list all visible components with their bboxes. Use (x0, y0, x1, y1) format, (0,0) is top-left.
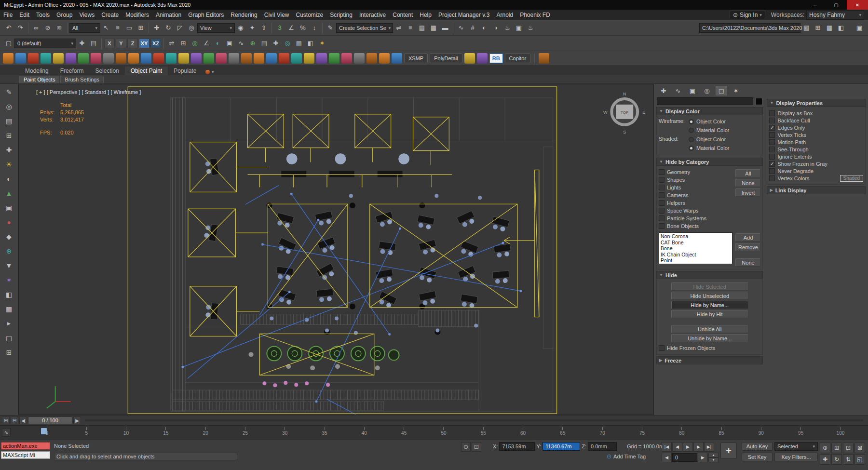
hide-frozen-objects-checkbox[interactable]: Hide Frozen Objects (659, 344, 760, 352)
scene-explorer-toggle-icon[interactable]: ▢ (3, 38, 14, 49)
material-editor-icon[interactable]: ◐ (478, 22, 490, 34)
layer-list-icon[interactable]: ▤ (88, 38, 99, 49)
left-toolbar-icon[interactable]: ⊞ (3, 129, 15, 142)
plugin-icon[interactable] (341, 53, 352, 64)
category-cameras-checkbox[interactable]: Cameras (659, 191, 732, 199)
zoom-all-icon[interactable]: ⊞ (831, 443, 842, 453)
viewport[interactable]: TOP N S W E [ + ] [ Perspective ] [ Stan… (18, 84, 653, 415)
menu-tools[interactable]: Tools (33, 10, 53, 20)
rollout-header-freeze[interactable]: ▶ Freeze (656, 356, 763, 364)
star-util-icon[interactable]: ✶ (316, 38, 328, 49)
layer-dropdown[interactable]: 0 (default) ▾ (14, 39, 76, 48)
left-toolbar-icon[interactable]: ⊞ (3, 346, 15, 359)
modify-tab-icon[interactable]: ∿ (672, 86, 684, 95)
select-and-move-icon[interactable]: ✚ (151, 22, 163, 34)
object-name-field[interactable] (657, 97, 753, 105)
sign-in-button[interactable]: ⊙ Sign In ▾ (730, 11, 765, 19)
slate-material-editor-icon[interactable]: ◑ (490, 22, 502, 34)
tab-selection[interactable]: Selection (89, 67, 124, 75)
category-particle-systems-checkbox[interactable]: Particle Systems (659, 215, 732, 222)
y-coordinate-field[interactable]: 11340.67m (542, 442, 580, 451)
dolly-icon[interactable]: ⇅ (843, 454, 854, 465)
plugin-icon[interactable] (141, 53, 151, 64)
selection-filter-dropdown[interactable]: All ▾ (69, 23, 100, 33)
backface-cull-checkbox[interactable]: Backface Cull (769, 117, 863, 124)
axis-xy-button[interactable]: XY (139, 39, 149, 48)
set-keys-button[interactable]: + (720, 443, 737, 459)
left-toolbar-icon[interactable]: ◎ (3, 100, 15, 113)
rollout-header-link-display[interactable]: ▶ Link Display (767, 186, 866, 194)
plugin-icon[interactable] (379, 53, 390, 64)
orbit-icon[interactable]: ↻ (831, 454, 842, 465)
project-path-field[interactable]: C:\Users\20122\Documents\3ds Max 2020 ▾ (699, 23, 800, 33)
category-helpers-checkbox[interactable]: Helpers (659, 199, 732, 207)
menu-phoenix-fd[interactable]: Phoenix FD (516, 10, 554, 20)
plugin-icon[interactable] (53, 53, 64, 64)
wireframe-material-color-radio[interactable]: Material Color (689, 126, 729, 134)
time-slider-track[interactable] (85, 419, 863, 421)
never-degrade-checkbox[interactable]: Never Degrade (769, 167, 863, 175)
plugin-icon[interactable] (191, 53, 202, 64)
plugin-icon[interactable] (15, 53, 26, 64)
project-folder-icon[interactable]: ▤ (800, 22, 812, 34)
plugin-icon[interactable] (203, 53, 214, 64)
menu-interactive[interactable]: Interactive (356, 10, 389, 20)
select-and-place-icon[interactable]: ◎ (186, 22, 197, 34)
prev-frame-button[interactable]: ◀ (672, 442, 682, 452)
edges-only-checkbox[interactable]: Edges Only (769, 124, 863, 131)
plugin-icon[interactable] (464, 53, 475, 64)
menu-create[interactable]: Create (98, 10, 122, 20)
redo-icon[interactable]: ↷ (14, 22, 26, 34)
menu-customize[interactable]: Customize (293, 10, 327, 20)
object-color-swatch[interactable] (755, 98, 762, 105)
layer-util-icon[interactable]: ▤ (258, 38, 270, 49)
left-toolbar-icon[interactable]: ▢ (3, 332, 15, 344)
plugin-icon[interactable] (279, 53, 289, 64)
subtab-paint-objects[interactable]: Paint Objects (19, 76, 59, 83)
time-tag[interactable]: ⊙ Add Time Tag (607, 453, 646, 460)
axis-z-button[interactable]: Z (127, 39, 138, 48)
rollout-header-display-color[interactable]: ▼ Display Color (656, 107, 763, 115)
maxscript-mini-listener-line2[interactable]: MAXScript Mi (1, 451, 50, 459)
scene-view-icon[interactable]: ▦ (824, 22, 835, 34)
category-geometry-checkbox[interactable]: Geometry (659, 168, 732, 176)
axis-xz-button[interactable]: XZ (150, 39, 161, 48)
window-grip-icon[interactable]: ⊞ (2, 416, 10, 424)
hide-unselected-button[interactable]: Hide Unselected (671, 292, 748, 300)
rollout-header-hide[interactable]: ▼ Hide (656, 271, 763, 279)
time-slider-prev-icon[interactable]: ◀ (19, 416, 27, 424)
maximize-viewport-icon[interactable]: ◱ (854, 454, 865, 465)
plugin-icon[interactable] (103, 53, 114, 64)
window-crossing-icon[interactable]: ⊞ (135, 22, 147, 34)
auto-key-button[interactable]: Auto Key (742, 442, 773, 451)
named-selection-sets-dropdown[interactable]: Create Selection Se ▾ (336, 23, 393, 33)
maxscript-mini-listener-line1[interactable]: actionMan.exe (1, 442, 50, 450)
menu-modifiers[interactable]: Modifiers (122, 10, 152, 20)
move-util-icon[interactable]: ✚ (270, 38, 282, 49)
menu-civil-view[interactable]: Civil View (261, 10, 293, 20)
schematic-view-icon[interactable]: # (467, 22, 478, 34)
vertex-ticks-checkbox[interactable]: Vertex Ticks (769, 131, 863, 138)
goto-end-button[interactable]: ▶| (704, 442, 714, 452)
left-toolbar-icon[interactable]: ☀ (3, 158, 15, 171)
plugin-icon[interactable] (153, 53, 164, 64)
rectangular-selection-region-icon[interactable]: ▭ (123, 22, 135, 34)
category-lights-checkbox[interactable]: Lights (659, 184, 732, 191)
zoom-icon[interactable]: ⊕ (820, 443, 830, 453)
compass-east-label[interactable]: E (642, 110, 645, 115)
plugin-icon[interactable] (316, 53, 327, 64)
plugin-icon[interactable] (78, 53, 89, 64)
select-by-name-icon[interactable]: ≡ (112, 22, 123, 34)
frame-spinner[interactable]: ▴ ▾ (708, 453, 719, 462)
frame-step-back-icon[interactable]: ◀ (662, 453, 672, 462)
create-tab-icon[interactable]: ✚ (658, 86, 669, 95)
xsmp-button[interactable]: XSMP (404, 54, 428, 63)
plugin-icon[interactable] (91, 53, 101, 64)
select-and-link-icon[interactable]: ∞ (30, 22, 42, 34)
see-through-checkbox[interactable]: See-Through (769, 146, 863, 153)
snap-toggle-3d-icon[interactable]: 3 (274, 22, 285, 34)
polydetail-button[interactable]: PolyDetail (430, 54, 462, 63)
display-as-box-checkbox[interactable]: Display as Box (769, 109, 863, 117)
ignore-extents-checkbox[interactable]: Ignore Extents (769, 153, 863, 160)
asset-tracking-icon[interactable]: ⊞ (812, 22, 824, 34)
